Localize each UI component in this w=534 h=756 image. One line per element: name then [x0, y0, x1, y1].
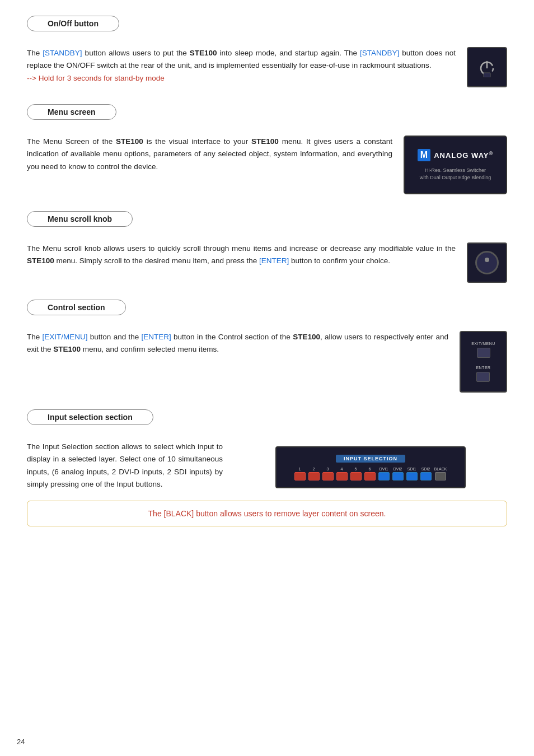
onoff-image: [467, 47, 507, 87]
input-sel-device: INPUT SELECTION 1 2 3: [275, 446, 466, 488]
btn-sq-3: [322, 472, 334, 480]
enter-tag-1: [ENTER]: [259, 256, 289, 265]
btn-sq-1: [294, 472, 306, 480]
input-btn-4: 4: [336, 467, 348, 480]
exit-menu-label: EXIT/MENU: [471, 342, 495, 346]
btn-sq-sdi1: [406, 472, 418, 480]
page: On/Off button The [STANDBY] button allow…: [0, 0, 534, 756]
input-btn-dvi1: DVI1: [378, 467, 390, 480]
control-row: The [EXIT/MENU] button and the [ENTER] b…: [27, 331, 507, 393]
input-btn-3: 3: [322, 467, 334, 480]
subtitle-line1: Hi-Res. Seamless Switcher: [420, 167, 491, 174]
page-number: 24: [17, 738, 25, 746]
menu-screen-heading: Menu screen: [27, 104, 116, 120]
logo-text: ANALOG WAY®: [434, 151, 493, 160]
btn-sq-4: [336, 472, 348, 480]
onoff-section: On/Off button The [STANDBY] button allow…: [27, 16, 507, 87]
scroll-knob-image: [467, 242, 507, 283]
onoff-note: --> Hold for 3 seconds for stand-by mode: [27, 72, 456, 85]
enter-tag-2: [ENTER]: [142, 333, 171, 341]
exit-menu-group: EXIT/MENU: [471, 342, 495, 358]
btn-sq-5: [350, 472, 362, 480]
exit-menu-btn: [477, 348, 490, 358]
power-icon: [477, 57, 497, 77]
device-subtitle: Hi-Res. Seamless Switcher with Dual Outp…: [420, 167, 491, 181]
control-section: Control section The [EXIT/MENU] button a…: [27, 300, 507, 393]
input-btn-6: 6: [364, 467, 376, 480]
ste100-ref-5: STE100: [293, 333, 320, 341]
subtitle-line2: with Dual Output Edge Blending: [420, 174, 491, 181]
logo-m: M: [418, 149, 430, 161]
knob-circle: [475, 251, 499, 274]
input-sel-header: INPUT SELECTION: [336, 455, 405, 463]
input-btn-sdi1: SDI1: [406, 467, 418, 480]
input-btn-black: BLACK: [434, 467, 447, 480]
btn-sq-6: [364, 472, 376, 480]
scroll-knob-row: The Menu scroll knob allows users to qui…: [27, 242, 507, 283]
input-btn-sdi2: SDI2: [420, 467, 432, 480]
input-sel-row: The Input Selection section allows to se…: [27, 441, 507, 491]
onoff-heading: On/Off button: [27, 16, 119, 31]
knob-device: [467, 242, 507, 283]
btn-sq-black: [435, 472, 446, 480]
standby-tag-1: [STANDBY]: [43, 49, 82, 57]
scroll-knob-text: The Menu scroll knob allows users to qui…: [27, 242, 467, 268]
device-logo: M ANALOG WAY®: [418, 149, 493, 161]
svg-rect-2: [484, 73, 490, 77]
btn-sq-dvi2: [392, 472, 404, 480]
input-btn-5: 5: [350, 467, 362, 480]
input-btn-dvi2: DVI2: [392, 467, 404, 480]
input-sel-image: INPUT SELECTION 1 2 3: [234, 441, 507, 488]
input-sel-heading: Input selection section: [27, 409, 153, 425]
standby-tag-2: [STANDBY]: [360, 49, 399, 57]
ste100-ref-4: STE100: [27, 256, 54, 265]
menu-screen-section: Menu screen The Menu Screen of the STE10…: [27, 104, 507, 194]
enter-group: ENTER: [476, 366, 490, 382]
bottom-note: The [BLACK] button allows users to remov…: [27, 501, 507, 526]
input-btn-2: 2: [308, 467, 320, 480]
enter-label: ENTER: [476, 366, 490, 370]
ste100-ref-3: STE100: [251, 137, 279, 146]
control-text: The [EXIT/MENU] button and the [ENTER] b…: [27, 331, 460, 356]
btn-sq-dvi1: [378, 472, 390, 480]
btn-sq-2: [308, 472, 320, 480]
input-selection-section: Input selection section The Input Select…: [27, 409, 507, 491]
menu-screen-text: The Menu Screen of the STE100 is the vis…: [27, 136, 404, 173]
input-btn-1: 1: [294, 467, 306, 480]
control-heading: Control section: [27, 300, 126, 315]
btn-sq-sdi2: [420, 472, 432, 480]
control-image: EXIT/MENU ENTER: [460, 331, 507, 393]
menu-screen-row: The Menu Screen of the STE100 is the vis…: [27, 136, 507, 194]
control-device: EXIT/MENU ENTER: [460, 331, 507, 393]
onoff-row: The [STANDBY] button allows users to put…: [27, 47, 507, 87]
ste100-ref-2: STE100: [116, 137, 143, 146]
input-sel-text: The Input Selection section allows to se…: [27, 441, 234, 491]
scroll-knob-heading: Menu scroll knob: [27, 211, 133, 227]
scroll-knob-section: Menu scroll knob The Menu scroll knob al…: [27, 211, 507, 283]
bottom-note-text: The [BLACK] button allows users to remov…: [148, 509, 386, 518]
menu-screen-image: M ANALOG WAY® Hi-Res. Seamless Switcher …: [404, 136, 507, 194]
onoff-device-img: [467, 47, 507, 87]
onoff-text: The [STANDBY] button allows users to put…: [27, 47, 467, 85]
ste100-ref-6: STE100: [53, 345, 81, 353]
analog-way-device: M ANALOG WAY® Hi-Res. Seamless Switcher …: [404, 136, 507, 194]
enter-btn: [476, 372, 490, 382]
logo-reg: ®: [489, 151, 494, 156]
knob-dot: [485, 258, 489, 262]
exit-menu-tag: [EXIT/MENU]: [43, 333, 88, 341]
ste100-ref-1: STE100: [190, 49, 217, 57]
input-buttons-row: 1 2 3 4: [294, 467, 447, 480]
